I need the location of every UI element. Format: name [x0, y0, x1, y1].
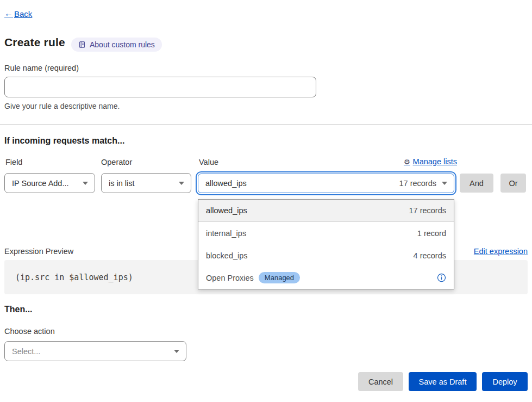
edit-expression-link[interactable]: Edit expression — [474, 247, 528, 256]
manage-lists-label: Manage lists — [413, 157, 457, 166]
chevron-down-icon — [179, 182, 184, 185]
rule-name-input[interactable] — [4, 77, 316, 97]
action-select[interactable]: Select... — [4, 341, 186, 361]
list-option-blocked-ips[interactable]: blocked_ips 4 records — [198, 244, 454, 267]
value-dropdown-panel: allowed_ips 17 records internal_ips 1 re… — [198, 199, 454, 289]
back-link-label: Back — [14, 9, 32, 18]
list-option-name: blocked_ips — [206, 251, 248, 260]
back-link[interactable]: ← Back — [4, 9, 32, 18]
list-option-record-count: 17 records — [409, 206, 446, 215]
chevron-down-icon — [83, 182, 88, 185]
choose-action-label: Choose action — [4, 327, 55, 336]
page-title: Create rule — [4, 36, 65, 49]
or-button[interactable]: Or — [500, 174, 526, 193]
list-option-name: internal_ips — [206, 229, 246, 238]
manage-lists-link[interactable]: ⚙ Manage lists — [404, 157, 457, 166]
chevron-down-icon — [174, 350, 179, 353]
managed-badge: Managed — [259, 272, 300, 283]
list-option-name: allowed_ips — [206, 206, 247, 215]
list-option-internal-ips[interactable]: internal_ips 1 record — [198, 222, 454, 244]
cancel-button[interactable]: Cancel — [358, 372, 403, 391]
back-arrow-icon: ← — [4, 9, 13, 18]
field-label: Field — [5, 158, 22, 166]
about-custom-rules-label: About custom rules — [90, 40, 155, 49]
chevron-down-icon — [442, 182, 447, 185]
value-select-record-count: 17 records — [399, 179, 436, 188]
operator-label: Operator — [101, 158, 132, 166]
action-select-placeholder: Select... — [12, 347, 40, 356]
rule-name-label: Rule name (required) — [4, 64, 79, 72]
expression-code: (ip.src in $allowed_ips) — [15, 273, 133, 282]
list-option-record-count: 4 records — [414, 251, 446, 260]
and-button[interactable]: And — [460, 174, 493, 193]
rule-name-helper-text: Give your rule a descriptive name. — [4, 102, 120, 110]
list-option-open-proxies[interactable]: Open Proxies Managed — [198, 267, 454, 289]
match-section-heading: If incoming requests match... — [4, 136, 124, 146]
then-section-heading: Then... — [4, 305, 33, 314]
field-select-value: IP Source Add... — [12, 179, 69, 188]
operator-select-value: is in list — [109, 179, 135, 188]
expression-preview-label: Expression Preview — [4, 247, 73, 256]
book-icon — [78, 41, 86, 48]
value-label: Value — [199, 158, 218, 166]
value-select-value: allowed_ips — [205, 179, 247, 188]
about-custom-rules-link[interactable]: About custom rules — [71, 38, 162, 52]
field-select[interactable]: IP Source Add... — [4, 173, 95, 193]
list-option-name: Open Proxies — [206, 274, 254, 282]
info-icon[interactable] — [437, 273, 446, 282]
section-divider — [0, 124, 532, 125]
save-as-draft-button[interactable]: Save as Draft — [409, 372, 477, 391]
deploy-button[interactable]: Deploy — [482, 372, 528, 391]
list-option-record-count: 1 record — [417, 229, 446, 238]
list-option-allowed-ips[interactable]: allowed_ips 17 records — [198, 200, 454, 222]
operator-select[interactable]: is in list — [101, 173, 191, 193]
gear-icon: ⚙ — [404, 158, 410, 166]
value-select[interactable]: allowed_ips 17 records — [198, 174, 454, 193]
